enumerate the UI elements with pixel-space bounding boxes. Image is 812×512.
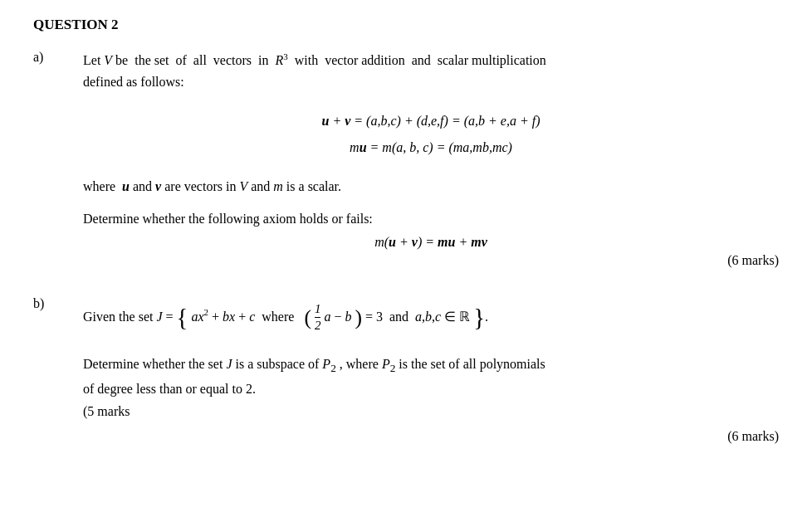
part-b: b) Given the set J = { ax2 + bx + c wher…: [33, 296, 779, 421]
set-definition: Given the set J = { ax2 + bx + c where (…: [83, 296, 779, 339]
part-b-marks-right: (6 marks): [33, 429, 779, 444]
math-block: u + v = (a,b,c) + (d,e,f) = (a,b + e,a +…: [83, 108, 779, 161]
math-line-2: mu = m(a, b, c) = (ma,mb,mc): [83, 134, 779, 161]
axiom-display: m(u + v) = mu + mv: [83, 235, 779, 250]
where-text: where u and v are vectors in V and m is …: [83, 176, 779, 197]
part-a: a) Let V be the set of all vectors in R3…: [33, 50, 779, 280]
part-b-label: b): [33, 296, 83, 421]
part-b-content: Given the set J = { ax2 + bx + c where (…: [83, 296, 779, 421]
part-a-content: Let V be the set of all vectors in R3 wi…: [83, 50, 779, 280]
part-b-marks-note: (5 marks: [83, 404, 779, 419]
math-line-1: u + v = (a,b,c) + (d,e,f) = (a,b + e,a +…: [83, 108, 779, 134]
determine-text-a: Determine whether the following axiom ho…: [83, 208, 779, 230]
part-a-label: a): [33, 50, 83, 280]
question-title: QUESTION 2: [33, 17, 779, 33]
part-a-intro: Let V be the set of all vectors in R3 wi…: [83, 50, 779, 93]
determine-text-b: Determine whether the set J is a subspac…: [83, 353, 779, 401]
part-a-marks: (6 marks): [83, 253, 779, 268]
